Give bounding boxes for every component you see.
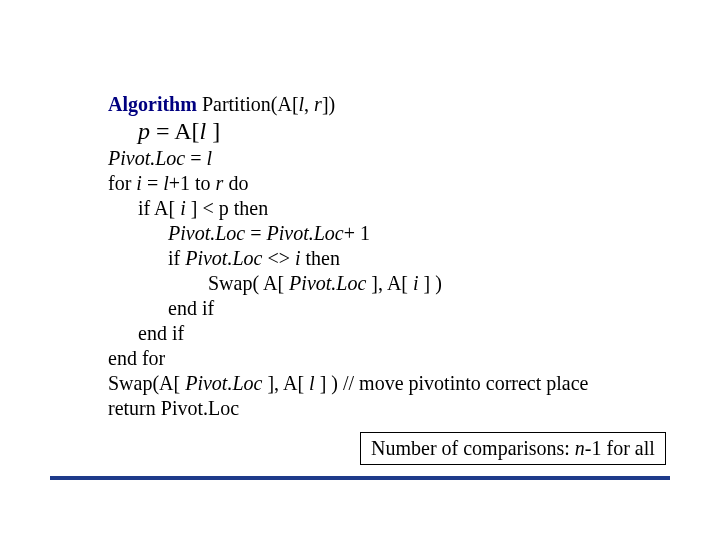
for-do: do [223,172,248,194]
p-close: ] [206,118,220,144]
inc-plus: + 1 [344,222,370,244]
if2-lhs: Pivot.Loc [185,247,262,269]
inc-rhs: Pivot.Loc [267,222,344,244]
swap1-close: ] ) [419,272,442,294]
swap1-pre: Swap( A[ [208,272,289,294]
note-prefix: Number of comparisons: [371,437,575,459]
inc-lhs: Pivot.Loc [168,222,245,244]
swap-inner: Swap( A[ Pivot.Loc ], A[ i ] ) [208,271,668,296]
algorithm-block: Algorithm Partition(A[l, r]) p = A[l ] P… [108,92,668,421]
title-var-r: r [314,93,322,115]
divider-rule [50,476,670,480]
return-kw: return [108,397,161,419]
comparison-note: Number of comparisons: n-1 for all [360,432,666,465]
pivotloc-rhs: l [207,147,213,169]
swap2-close: ] ) // move pivot [315,372,450,394]
title-close: ]) [322,93,335,115]
swap1-mid: ], A[ [366,272,413,294]
swap2-pre: Swap(A[ [108,372,185,394]
endif-inner: end if [168,296,668,321]
assign-pivotloc: Pivot.Loc = l [108,146,668,171]
title-open: Partition(A[ [197,93,299,115]
inc-eq: = [245,222,266,244]
swap2-tail: into correct place [450,372,589,394]
swap1-a: Pivot.Loc [289,272,366,294]
note-suffix: -1 for all [585,437,655,459]
pivotloc-lhs: Pivot.Loc [108,147,185,169]
p-eq: = A[ [150,118,200,144]
if-line-1: if A[ i ] < p then [138,196,668,221]
pivotloc-eq: = [185,147,206,169]
title-sep: , [304,93,314,115]
note-n: n [575,437,585,459]
for-eq: = [142,172,163,194]
return-val: Pivot.Loc [161,397,239,419]
endif-outer: end if [138,321,668,346]
algo-title: Algorithm Partition(A[l, r]) [108,92,668,117]
swap2-mid: ], A[ [262,372,309,394]
if1-kw: if A[ [138,197,180,219]
assign-p: p = A[l ] [138,117,668,146]
for-line: for i = l+1 to r do [108,171,668,196]
swap-final: Swap(A[ Pivot.Loc ], A[ l ] ) // move pi… [108,371,668,396]
for-plus1: +1 to [169,172,216,194]
inc-line: Pivot.Loc = Pivot.Loc+ 1 [168,221,668,246]
if2-then: then [301,247,340,269]
slide: Algorithm Partition(A[l, r]) p = A[l ] P… [0,0,720,540]
if2-kw: if [168,247,185,269]
if1-rest: ] < p then [186,197,268,219]
if2-ne: <> [262,247,295,269]
endfor: end for [108,346,668,371]
for-kw: for [108,172,136,194]
p-var: p [138,118,150,144]
kw-algorithm: Algorithm [108,93,197,115]
if-line-2: if Pivot.Loc <> i then [168,246,668,271]
swap2-a: Pivot.Loc [185,372,262,394]
return-line: return Pivot.Loc [108,396,668,421]
